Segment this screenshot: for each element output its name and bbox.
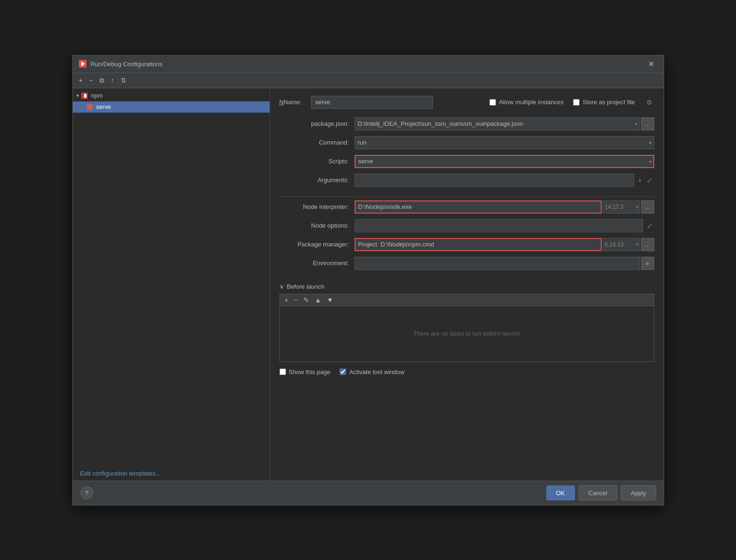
close-button[interactable]: ✕ — [644, 58, 658, 70]
before-launch-chevron-icon: ∨ — [279, 283, 284, 290]
titlebar: Run/Debug Configurations ✕ — [73, 55, 664, 73]
before-launch-add-button[interactable]: + — [283, 296, 290, 304]
activate-tool-window-checkbox[interactable]: Activate tool window — [340, 368, 404, 376]
node-version-select[interactable]: 14.17.3 — [603, 200, 640, 214]
bottom-checkboxes: Show this page Activate tool window — [279, 368, 654, 376]
add-config-button[interactable]: + — [77, 76, 85, 85]
npm-group: ▾ npm — [73, 88, 270, 115]
node-options-row: Node options: ⤢ — [279, 219, 654, 232]
package-manager-browse-button[interactable]: ... — [641, 238, 654, 251]
node-interpreter-input[interactable] — [355, 200, 602, 214]
footer-right: OK Cancel Apply — [546, 485, 656, 500]
sidebar-footer: Edit configuration templates... — [73, 466, 270, 481]
command-select[interactable]: run — [355, 136, 654, 149]
svg-rect-5 — [87, 104, 93, 110]
name-label: NName: — [279, 99, 302, 106]
before-launch-body: There are no tasks to run before launch — [279, 306, 654, 362]
scripts-row: Scripts: serve ▾ — [279, 155, 654, 168]
svg-rect-4 — [83, 94, 84, 98]
environment-label: Environment: — [279, 260, 355, 267]
allow-multiple-instances-input[interactable] — [489, 99, 496, 106]
pkg-version-select[interactable]: 6.14.13 — [603, 238, 640, 251]
package-json-label: package.json: — [279, 120, 355, 127]
app-icon — [78, 60, 87, 68]
separator — [279, 196, 654, 197]
arguments-icons: + ⤢ — [636, 176, 654, 185]
serve-config-item[interactable]: serve — [73, 101, 270, 113]
edit-templates-link[interactable]: Edit configuration templates... — [77, 466, 164, 481]
npm-group-label: npm — [91, 92, 103, 99]
arguments-add-icon[interactable]: + — [636, 176, 643, 185]
command-row: Command: run ▾ — [279, 136, 654, 149]
arguments-row: Arguments: + ⤢ — [279, 174, 654, 187]
show-this-page-input[interactable] — [279, 368, 286, 375]
package-manager-wrapper — [355, 238, 602, 251]
store-as-project-file-input[interactable] — [573, 99, 580, 106]
before-launch-header[interactable]: ∨ Before launch — [279, 283, 654, 290]
environment-edit-button[interactable]: ≡ — [641, 257, 654, 270]
before-launch-move-up-button[interactable]: ▲ — [313, 296, 323, 304]
main-content: ▾ npm — [73, 88, 664, 481]
main-panel: NName: Allow multiple instances Store as… — [270, 88, 664, 481]
sort-config-button[interactable]: ⇅ — [118, 76, 129, 85]
scripts-select[interactable]: serve — [355, 155, 654, 168]
package-json-select-wrapper: D:\Intelij_IDEA_Project\sun_ssm_vue\ssm_… — [355, 117, 640, 130]
run-debug-dialog: Run/Debug Configurations ✕ + − ⧉ ↑ ⇅ ▾ — [72, 55, 664, 506]
ok-button[interactable]: OK — [546, 485, 575, 500]
node-options-input[interactable] — [355, 219, 643, 232]
help-button[interactable]: ? — [80, 486, 93, 499]
node-options-expand-icon[interactable]: ⤢ — [645, 221, 654, 230]
copy-config-button[interactable]: ⧉ — [97, 76, 107, 85]
node-interpreter-label: Node interpreter: — [279, 203, 355, 210]
serve-item-label: serve — [96, 103, 111, 110]
arguments-expand-icon[interactable]: ⤢ — [645, 176, 654, 185]
name-section: NName: Allow multiple instances Store as… — [279, 96, 654, 109]
apply-button[interactable]: Apply — [621, 485, 656, 500]
arguments-input[interactable] — [355, 174, 635, 187]
command-select-wrapper: run ▾ — [355, 136, 654, 149]
before-launch-label: Before launch — [287, 283, 325, 290]
serve-icon — [86, 103, 93, 111]
allow-multiple-instances-checkbox[interactable]: Allow multiple instances — [489, 99, 564, 106]
npm-icon — [81, 92, 88, 100]
dialog-title: Run/Debug Configurations — [91, 61, 644, 68]
package-manager-row: Package manager: 6.14.13 ▾ ... — [279, 238, 654, 251]
node-options-label: Node options: — [279, 222, 355, 229]
checkbox-group: Allow multiple instances Store as projec… — [442, 99, 654, 106]
chevron-down-icon: ▾ — [77, 93, 79, 98]
npm-group-header[interactable]: ▾ npm — [73, 90, 270, 101]
package-json-row: package.json: D:\Intelij_IDEA_Project\su… — [279, 117, 654, 130]
before-launch-move-down-button[interactable]: ▼ — [325, 296, 335, 304]
gear-button[interactable]: ⚙ — [644, 99, 654, 106]
remove-config-button[interactable]: − — [87, 76, 95, 85]
package-manager-input-group: 6.14.13 ▾ ... — [355, 238, 654, 251]
config-toolbar: + − ⧉ ↑ ⇅ — [73, 73, 664, 88]
package-json-input-group: D:\Intelij_IDEA_Project\sun_ssm_vue\ssm_… — [355, 117, 654, 130]
environment-input[interactable] — [355, 257, 640, 270]
package-manager-label: Package manager: — [279, 241, 355, 248]
activate-tool-window-label: Activate tool window — [349, 368, 404, 376]
store-as-project-file-label: Store as project file — [582, 99, 635, 106]
package-json-select[interactable]: D:\Intelij_IDEA_Project\sun_ssm_vue\ssm_… — [355, 117, 640, 130]
node-interpreter-browse-button[interactable]: ... — [641, 200, 654, 214]
command-label: Command: — [279, 139, 355, 146]
store-as-project-file-checkbox[interactable]: Store as project file — [573, 99, 635, 106]
show-this-page-label: Show this page — [289, 368, 331, 376]
scripts-select-wrapper: serve ▾ — [355, 155, 654, 168]
node-version-select-wrapper: 14.17.3 ▾ — [603, 200, 640, 214]
before-launch-edit-button[interactable]: ✎ — [302, 296, 311, 304]
node-options-input-group: ⤢ — [355, 219, 654, 232]
activate-tool-window-input[interactable] — [340, 368, 346, 375]
package-json-browse-button[interactable]: ... — [641, 117, 654, 130]
node-interpreter-input-group: 14.17.3 ▾ ... — [355, 200, 654, 214]
footer-left: ? — [80, 486, 93, 499]
show-this-page-checkbox[interactable]: Show this page — [279, 368, 331, 376]
pkg-version-wrapper: 6.14.13 ▾ — [603, 238, 640, 251]
package-manager-input[interactable] — [355, 238, 602, 251]
move-config-button[interactable]: ↑ — [108, 76, 116, 85]
cancel-button[interactable]: Cancel — [579, 485, 617, 500]
before-launch-remove-button[interactable]: − — [292, 296, 300, 304]
name-input[interactable] — [311, 96, 433, 109]
scripts-label: Scripts: — [279, 158, 355, 165]
footer: ? OK Cancel Apply — [73, 481, 664, 505]
